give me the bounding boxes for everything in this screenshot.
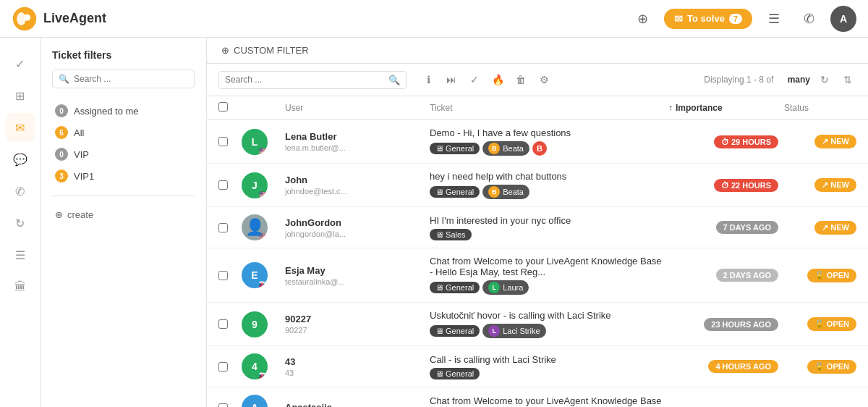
table-row[interactable]: A🇺🇦 Anastasiia Chat from Welcome to your… xyxy=(207,387,868,407)
row-checkbox[interactable] xyxy=(218,403,228,408)
plus-circle-icon: ⊕ xyxy=(221,45,229,56)
table-row[interactable]: 9 90227 90227 Uskutočniť hovor - is call… xyxy=(207,303,868,346)
user-name: 43 xyxy=(285,356,430,367)
logo: LiveAgent xyxy=(12,6,106,32)
to-solve-button[interactable]: ✉ To solve 7 xyxy=(664,9,752,29)
filter-vip1[interactable]: 3 VIP1 xyxy=(52,165,195,187)
user-cell: 90227 90227 xyxy=(285,314,430,335)
col-header-ticket: Ticket xyxy=(430,103,668,113)
tag-general: 🖥 General xyxy=(430,143,480,154)
row-checkbox[interactable] xyxy=(218,223,228,232)
user-email: johndoe@test.c... xyxy=(285,187,430,196)
user-name: Anastasiia xyxy=(285,402,430,408)
tickets-table: User Ticket ↑Importance Status L🇺🇸 Lena … xyxy=(207,96,868,407)
importance-cell: 2 DAYS AGO xyxy=(668,269,784,282)
tickets-search-input[interactable] xyxy=(225,75,384,85)
importance-cell: 7 DAYS AGO xyxy=(668,221,784,234)
tag-general: 🖥 General xyxy=(430,186,480,198)
table-row[interactable]: L🇺🇸 Lena Butler lena.m.butler@... Demo -… xyxy=(207,120,868,164)
status-badge: ↗ NEW xyxy=(814,221,856,235)
filter-badge-all: 6 xyxy=(55,126,68,139)
main-content: ⊕ CUSTOM FILTER 🔍 ℹ ⏭ ✓ 🔥 🗑 ⚙ Displaying… xyxy=(207,38,868,407)
status-cell: ↗ NEW xyxy=(784,135,856,148)
columns-settings-button[interactable]: ⇅ xyxy=(839,71,856,88)
row-checkbox[interactable] xyxy=(218,319,228,329)
delete-icon-button[interactable]: 🗑 xyxy=(511,70,531,90)
filter-all[interactable]: 6 All xyxy=(52,122,195,143)
row-checkbox-cell xyxy=(218,403,242,408)
ticket-cell: hey i need help with chat buttons 🖥 Gene… xyxy=(430,171,668,199)
tag-general: 🖥 General xyxy=(430,368,480,379)
fire-icon-button[interactable]: 🔥 xyxy=(488,70,508,90)
importance-badge: ⏱ 29 HOURS xyxy=(714,135,778,148)
add-button[interactable]: ⊕ xyxy=(629,6,655,32)
tools-icon-button[interactable]: ⚙ xyxy=(534,70,554,90)
select-all-cell xyxy=(218,102,242,114)
sidebar-item-grid[interactable]: ⊞ xyxy=(6,81,35,110)
top-nav: LiveAgent ⊕ ✉ To solve 7 ☰ ✆ A xyxy=(0,0,868,38)
filter-label-vip: VIP xyxy=(74,149,89,160)
status-cell: 🔓 OPEN xyxy=(784,269,856,282)
filter-badge-vip1: 3 xyxy=(55,169,68,182)
select-all-checkbox[interactable] xyxy=(218,102,228,112)
row-checkbox-cell xyxy=(218,137,242,146)
ticket-tags: 🖥 General xyxy=(430,368,663,379)
user-avatar-button[interactable]: A xyxy=(830,6,856,32)
sidebar-item-phone[interactable]: ✆ xyxy=(6,177,35,206)
col-header-status: Status xyxy=(784,103,856,113)
info-icon-button[interactable]: ℹ xyxy=(418,70,438,90)
sidebar-item-building[interactable]: 🏛 xyxy=(6,272,35,301)
row-checkbox[interactable] xyxy=(218,271,228,280)
avatar-cell: 9 xyxy=(242,311,285,337)
logo-icon xyxy=(12,6,38,32)
toolbar-icons: ℹ ⏭ ✓ 🔥 🗑 ⚙ xyxy=(418,70,554,90)
table-row[interactable]: 👤🇺🇸 JohnGordon johngordon@la... HI I'm i… xyxy=(207,207,868,248)
filter-label-vip1: VIP1 xyxy=(74,171,94,182)
ticket-subject: Chat from Welcome to your LiveAgent Know… xyxy=(430,395,663,407)
resolve-icon-button[interactable]: ✓ xyxy=(464,70,485,90)
row-checkbox[interactable] xyxy=(218,362,228,372)
table-header: User Ticket ↑Importance Status xyxy=(207,96,868,120)
sidebar-item-list[interactable]: ☰ xyxy=(6,240,35,269)
table-row[interactable]: 4🇸🇰 43 43 Call - is calling with Laci St… xyxy=(207,346,868,387)
refresh-button[interactable]: ↻ xyxy=(816,71,833,88)
tickets-search-box[interactable]: 🔍 xyxy=(218,71,407,89)
table-row[interactable]: J🇺🇸 John johndoe@test.c... hey i need he… xyxy=(207,164,868,207)
row-checkbox[interactable] xyxy=(218,180,228,190)
importance-badge: ⏱ 22 HOURS xyxy=(714,179,778,192)
ticket-subject: HI I'm interested in your nyc office xyxy=(430,215,663,226)
filter-vip[interactable]: 0 VIP xyxy=(52,143,195,165)
table-row[interactable]: E🇸🇰 Esja May testauralinka@... Chat from… xyxy=(207,248,868,303)
create-filter-button[interactable]: ⊕ create xyxy=(52,205,195,225)
avatar: A🇺🇦 xyxy=(242,395,268,407)
to-solve-count: 7 xyxy=(729,14,742,24)
filter-search-input[interactable] xyxy=(74,74,188,84)
filter-assigned-to-me[interactable]: 0 Assigned to me xyxy=(52,100,195,122)
user-cell: Lena Butler lena.m.butler@... xyxy=(285,131,430,152)
sidebar-item-email[interactable]: ✉ xyxy=(6,113,35,142)
sidebar-item-chat[interactable]: 💬 xyxy=(6,145,35,174)
user-email: lena.m.butler@... xyxy=(285,143,430,152)
status-cell: ↗ NEW xyxy=(784,178,856,192)
search-icon: 🔍 xyxy=(59,74,69,84)
forward-icon-button[interactable]: ⏭ xyxy=(441,70,461,90)
ticket-tags: 🖥 General BBeata xyxy=(430,185,663,199)
user-cell: Esja May testauralinka@... xyxy=(285,265,430,286)
importance-badge: 23 HOURS AGO xyxy=(704,318,778,331)
filters-title: Ticket filters xyxy=(52,49,195,61)
custom-filter-button[interactable]: ⊕ CUSTOM FILTER xyxy=(221,45,309,56)
chat-nav-button[interactable]: ☰ xyxy=(761,6,787,32)
phone-nav-button[interactable]: ✆ xyxy=(796,6,822,32)
sort-arrow-icon: ↑ xyxy=(668,103,673,113)
sidebar-item-refresh[interactable]: ↻ xyxy=(6,209,35,238)
filter-search-box[interactable]: 🔍 xyxy=(52,70,195,88)
create-label: create xyxy=(67,209,93,220)
ticket-subject: Uskutočniť hovor - is calling with Laci … xyxy=(430,310,663,321)
avatar: E🇸🇰 xyxy=(242,262,268,288)
filters-panel: Ticket filters 🔍 0 Assigned to me 6 All … xyxy=(41,38,207,407)
row-checkbox[interactable] xyxy=(218,137,228,146)
sidebar-item-check[interactable]: ✓ xyxy=(6,49,35,78)
to-solve-label: To solve xyxy=(687,13,725,24)
user-cell: John johndoe@test.c... xyxy=(285,175,430,196)
avatar-cell: J🇺🇸 xyxy=(242,172,285,198)
